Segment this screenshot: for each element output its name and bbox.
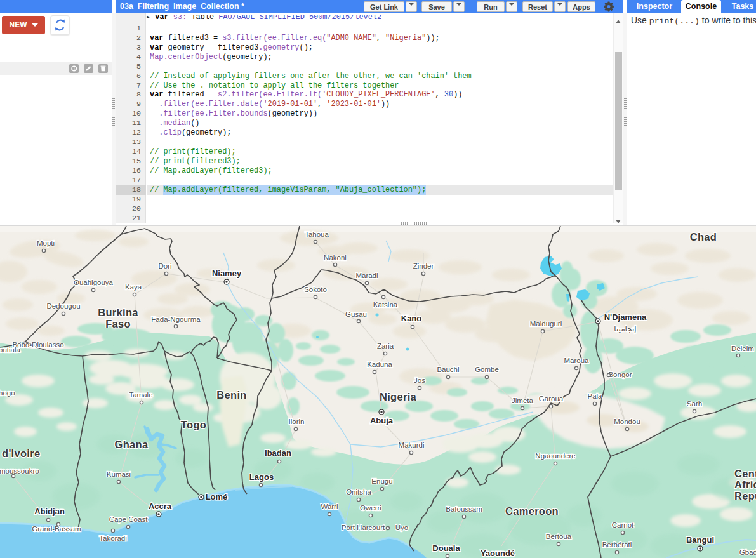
svg-text:Bongor: Bongor — [608, 371, 632, 378]
svg-text:Bertoua: Bertoua — [546, 533, 572, 540]
svg-text:Ngaoundere: Ngaoundere — [535, 452, 575, 460]
svg-text:Mopti: Mopti — [37, 239, 55, 247]
svg-text:Enugu: Enugu — [371, 477, 392, 485]
svg-text:Sarh: Sarh — [687, 400, 702, 408]
svg-text:Grand-Bassam: Grand-Bassam — [32, 525, 81, 533]
svg-text:Owerri: Owerri — [360, 504, 381, 512]
svg-text:Faso: Faso — [105, 318, 131, 329]
svg-text:Tamale: Tamale — [129, 391, 152, 399]
svg-text:Cameroon: Cameroon — [505, 505, 559, 517]
svg-text:Ghana: Ghana — [115, 439, 149, 450]
svg-text:Douala: Douala — [432, 543, 460, 553]
svg-text:Bauchi: Bauchi — [437, 366, 459, 373]
svg-text:Fada-Ngourma: Fada-Ngourma — [151, 316, 201, 323]
svg-text:Burkina: Burkina — [98, 307, 138, 318]
svg-text:Takoradi: Takoradi — [99, 535, 126, 542]
svg-text:Dori: Dori — [158, 262, 171, 270]
svg-text:Central: Central — [734, 468, 756, 479]
svg-text:Niamey: Niamey — [212, 269, 242, 278]
svg-text:Bangui: Bangui — [686, 535, 714, 545]
svg-text:Jos: Jos — [414, 376, 425, 384]
svg-text:Gbado: Gbado — [739, 548, 756, 556]
svg-text:Kaya: Kaya — [125, 283, 142, 291]
svg-text:Kaduna: Kaduna — [367, 361, 392, 368]
svg-text:Lagos: Lagos — [249, 472, 274, 482]
svg-text:Maradi: Maradi — [355, 272, 378, 279]
svg-text:Maroua: Maroua — [564, 357, 590, 364]
svg-text:Accra: Accra — [149, 502, 172, 511]
svg-text:Mondou: Mondou — [614, 418, 640, 425]
svg-text:hogo: hogo — [0, 389, 15, 397]
svg-text:Abidjan: Abidjan — [34, 507, 65, 516]
svg-text:Ibadan: Ibadan — [265, 448, 291, 458]
svg-text:Ilorin: Ilorin — [289, 418, 305, 425]
svg-text:Kumasi: Kumasi — [107, 470, 131, 478]
svg-text:Berbérati: Berbérati — [602, 541, 632, 548]
svg-text:Dedougou: Dedougou — [46, 302, 80, 310]
svg-text:Katsina: Katsina — [373, 301, 398, 309]
svg-text:Tahoua: Tahoua — [305, 230, 329, 238]
svg-text:Lomé: Lomé — [206, 492, 228, 502]
svg-text:moussoukro: moussoukro — [0, 467, 39, 475]
svg-text:Deleim: Deleim — [731, 345, 754, 352]
svg-text:Warri: Warri — [321, 503, 338, 510]
svg-text:Zinder: Zinder — [413, 262, 434, 270]
svg-text:Benin: Benin — [216, 389, 246, 401]
svg-text:Ouahigouya: Ouahigouya — [74, 279, 114, 286]
svg-text:Nigeria: Nigeria — [380, 391, 417, 402]
svg-text:Garoua: Garoua — [539, 395, 564, 402]
svg-text:Cape Coast: Cape Coast — [109, 515, 149, 523]
svg-text:Gusau: Gusau — [345, 310, 367, 318]
svg-text:Abuja: Abuja — [370, 416, 394, 425]
svg-text:African: African — [734, 479, 756, 490]
svg-text:Zaria: Zaria — [377, 342, 394, 350]
svg-text:Jimeta: Jimeta — [512, 397, 533, 404]
svg-text:Gombe: Gombe — [475, 366, 499, 373]
svg-text:Bafoussam: Bafoussam — [446, 505, 482, 513]
svg-text:Nakoni: Nakoni — [324, 254, 347, 262]
svg-text:outiala: outiala — [0, 346, 20, 354]
svg-text:Uyo: Uyo — [395, 524, 408, 531]
svg-text:d'Ivoire: d'Ivoire — [2, 448, 40, 459]
svg-text:Sokoto: Sokoto — [304, 286, 327, 293]
svg-text:Makurdi: Makurdi — [399, 441, 425, 449]
svg-text:Togo: Togo — [181, 419, 206, 430]
svg-text:Kano: Kano — [401, 314, 422, 323]
svg-text:Chad: Chad — [690, 231, 717, 242]
svg-text:Pala: Pala — [587, 392, 602, 400]
svg-text:Carnot: Carnot — [612, 521, 634, 529]
svg-text:Republic: Republic — [734, 490, 756, 502]
svg-text:Onitsha: Onitsha — [346, 488, 371, 496]
svg-text:Maiduguri: Maiduguri — [530, 320, 562, 328]
svg-text:إنجامينا: إنجامينا — [614, 324, 636, 333]
svg-text:N'Djamena: N'Djamena — [604, 312, 647, 322]
svg-text:Port Harcourt: Port Harcourt — [342, 524, 385, 531]
svg-text:Yaoundé: Yaoundé — [481, 548, 515, 558]
